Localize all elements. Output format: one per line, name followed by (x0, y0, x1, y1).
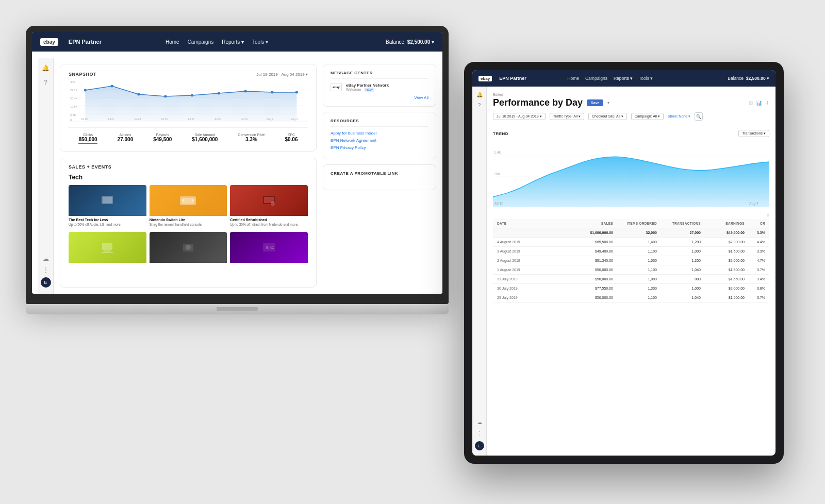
laptop-nav-reports[interactable]: Reports ▾ (222, 39, 244, 45)
tablet-table: ⊞ DATE SALES ITEMS ORDERED TRANSACTIONS … (493, 213, 769, 449)
product-img-5 (150, 232, 227, 263)
product-img-3 (230, 185, 308, 216)
snapshot-date[interactable]: Jul 19 2019 - Aug 04 2019 ▾ (256, 72, 308, 77)
message-center-title: MESSAGE CENTER (331, 71, 428, 79)
message-center-card: MESSAGE CENTER ebay eBay Partner Network… (323, 64, 436, 107)
stat-conversion: Conversion Rate 3.3% (238, 133, 265, 144)
trend-chart: 1.4k 700 Jul 10 Aug 4 (493, 140, 769, 207)
svg-point-16 (191, 94, 193, 97)
snapshot-stats: Clicks 850,000 Actions 27,000 Payouts (69, 127, 308, 144)
td-cr-1: 4.4% (745, 240, 765, 244)
svg-point-38 (271, 201, 275, 206)
laptop-nav-home[interactable]: Home (166, 39, 179, 45)
tablet-user-avatar[interactable]: E (475, 441, 484, 450)
laptop-sidebar: 🔔 ? ☁ ⋮ E (38, 58, 54, 294)
tablet-bell-icon[interactable]: 🔔 (476, 92, 483, 97)
th-earnings: EARNINGS (701, 222, 745, 225)
table-row: 31 July 2019 $58,000.00 1,000 800 $1,660… (493, 275, 769, 284)
svg-text:1.4k: 1.4k (494, 150, 501, 154)
stat-clicks: Clicks 850,000 (78, 133, 97, 144)
td-transactions-6: 1,000 (657, 287, 701, 290)
svg-text:Jul 19: Jul 19 (81, 118, 88, 121)
product-refurbished[interactable]: Certified Refurbished Up to 30% off, dir… (230, 185, 308, 229)
product-best-tech[interactable]: The Best Tech for Less Up to 50% off App… (69, 185, 146, 229)
snapshot-title: SNAPSHOT (69, 72, 96, 77)
td-sales-3: $91,340.00 (569, 259, 613, 262)
laptop-screen-outer: ebay EPN Partner Home Campaigns Reports … (26, 26, 449, 304)
td-items-4: 1,100 (613, 268, 657, 272)
tablet: ebay EPN Partner Home Campaigns Reports … (464, 62, 784, 464)
filter-traffic-type[interactable]: Traffic Type: All ▾ (550, 113, 584, 120)
icon-grid[interactable]: ⊞ (749, 100, 753, 106)
product-img-6: 9:41 (230, 232, 308, 263)
filter-checkout-site[interactable]: Checkout Site: All ▾ (588, 113, 627, 120)
save-button[interactable]: Save (587, 99, 603, 106)
td-earnings-3: $2,000.00 (701, 259, 745, 262)
trend-type-selector[interactable]: Transactions ▾ (738, 130, 769, 137)
td-transactions-3: 1,200 (657, 259, 701, 262)
tablet-navbar: ebay EPN Partner Home Campaigns Reports … (472, 70, 776, 87)
view-all-link[interactable]: View All (331, 95, 428, 100)
scene: ebay EPN Partner Home Campaigns Reports … (0, 0, 825, 504)
svg-point-34 (182, 199, 184, 201)
dropdown-arrow[interactable]: ▾ (607, 100, 609, 105)
resource-link-2[interactable]: EPN Network Agreement (331, 138, 428, 143)
td-earnings-6: $2,000.00 (701, 287, 745, 290)
resource-link-1[interactable]: Apply for business model (331, 131, 428, 136)
laptop-nav-tools[interactable]: Tools ▾ (252, 39, 268, 45)
td-transactions-5: 800 (657, 277, 701, 281)
table-row: 29 July 2019 $50,000.00 1,100 1,040 $1,5… (493, 293, 769, 303)
tablet-nav-campaigns[interactable]: Campaigns (585, 76, 607, 81)
td-earnings-7: $1,500.00 (701, 296, 745, 299)
show-filter[interactable]: Show: None ▾ (668, 114, 690, 119)
svg-point-18 (244, 90, 246, 93)
tablet-help-icon[interactable]: ? (478, 103, 481, 108)
help-icon[interactable]: ? (42, 78, 50, 87)
bell-icon[interactable]: 🔔 (42, 64, 50, 72)
table-settings-icon[interactable]: ⊞ (493, 213, 769, 217)
promo-link-card: CREATE A PROMOTABLE LINK (323, 164, 436, 190)
td-transactions-1: 1,200 (657, 240, 701, 244)
filter-date-range[interactable]: Jul 10 2019 - Aug 04 2019 ▾ (493, 113, 546, 120)
message-text: Welcome (346, 88, 361, 91)
td-total-transactions: 27,000 (657, 231, 701, 234)
product-4[interactable] (69, 232, 146, 267)
tablet-nav-home[interactable]: Home (567, 76, 579, 81)
product-5[interactable] (150, 232, 227, 267)
th-date: DATE (497, 222, 569, 225)
td-total-earnings: $49,500.00 (701, 231, 745, 234)
tablet-nav-reports[interactable]: Reports ▾ (614, 76, 633, 81)
more-icon[interactable]: ⋮ (42, 266, 50, 274)
product-nintendo[interactable]: Nintendo Switch Lite Snag the newest han… (150, 185, 227, 229)
icon-chart[interactable]: 📊 (756, 100, 762, 106)
td-date-3: 2 August 2019 (497, 259, 569, 262)
user-avatar[interactable]: E (41, 277, 51, 288)
svg-text:Aug 4: Aug 4 (291, 118, 298, 121)
td-cr-7: 3.7% (745, 296, 765, 299)
table-row: 3 August 2019 $49,400.00 1,100 1,000 $1,… (493, 247, 769, 256)
laptop-nav-campaigns[interactable]: Campaigns (188, 39, 214, 45)
product-6[interactable]: 9:41 (230, 232, 308, 267)
stat-epc: EPC $0.06 (285, 133, 298, 144)
message-item: ebay eBay Partner Network Welcome NEW (331, 83, 428, 91)
resource-link-3[interactable]: EPN Privacy Policy (331, 145, 428, 150)
search-icon[interactable]: 🔍 (695, 112, 703, 121)
tablet-filters: Jul 10 2019 - Aug 04 2019 ▾ Traffic Type… (493, 112, 769, 121)
promo-link-title: CREATE A PROMOTABLE LINK (331, 171, 428, 179)
filter-campaign[interactable]: Campaign: All ▾ (631, 113, 664, 120)
product-grid: The Best Tech for Less Up to 50% off App… (69, 185, 308, 267)
td-items-7: 1,100 (613, 296, 657, 299)
product-desc-1: Up to 50% off Apple, LG, and more. (69, 223, 146, 227)
stat-actions: Actions 27,000 (118, 133, 134, 144)
td-cr-6: 3.8% (745, 287, 765, 290)
th-items: ITEMS ORDERED (613, 222, 657, 225)
tablet-more-icon[interactable]: ⋮ (477, 430, 482, 436)
icon-download[interactable]: ⬇ (765, 100, 769, 106)
svg-point-43 (186, 245, 191, 250)
tablet-nav-tools[interactable]: Tools ▾ (639, 76, 653, 81)
sales-card: SALES + EVENTS Tech T (60, 158, 317, 288)
td-sales-5: $58,000.00 (569, 277, 613, 281)
svg-text:34K: 34K (70, 81, 75, 83)
sales-title: SALES + EVENTS (69, 164, 308, 170)
td-total-date (497, 231, 569, 234)
